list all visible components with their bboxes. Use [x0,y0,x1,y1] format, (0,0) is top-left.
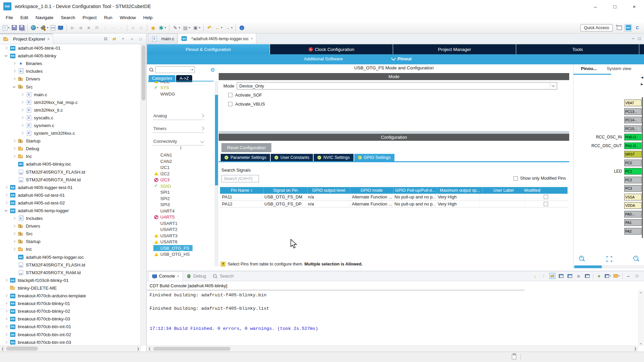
column-header[interactable]: Signal on Pin [264,187,308,194]
reset-configuration-button[interactable]: Reset Configuration [221,143,271,152]
chevron-down-icon[interactable]: ▼ [190,68,195,71]
last-edit-location[interactable] [206,23,213,32]
tree-item[interactable]: breakout-f070cb-blinky-01 [0,300,141,307]
expand-chevron-icon[interactable] [12,247,16,251]
show-console-stderr[interactable] [567,273,573,279]
settings-tab[interactable]: Parameter Settings [221,154,270,161]
tree-item[interactable]: breakout-f070cb-btn-int-02 [0,330,141,338]
step-over[interactable] [109,23,116,32]
scroll-down[interactable] [532,273,538,279]
menu-item[interactable]: Edit [17,15,32,20]
menu-item[interactable]: Help [140,15,156,20]
minimize-view[interactable] [625,273,631,279]
tree-item[interactable]: adafruit-f405-logger-test-01 [0,184,141,191]
pin[interactable]: VDDA [624,202,642,209]
forward-history[interactable]: ▾ [224,23,233,32]
vertical-scrollbar[interactable] [141,44,146,346]
peripheral-item[interactable]: CAN1 [148,152,214,159]
pin[interactable]: VSSA [624,194,642,200]
tree-item[interactable]: Src [0,83,141,90]
expand-chevron-icon[interactable] [4,208,8,213]
peripheral-item[interactable]: USART1 [148,220,214,227]
console-horizontal-scrollbar[interactable]: ❮ ❯ [147,346,638,352]
tree-item[interactable]: blinky-DELETE-ME [0,284,141,292]
zoom-out-icon[interactable]: − [633,256,639,262]
horizontal-scrollbar[interactable]: ❮ ❯ [0,345,141,352]
expand-chevron-icon[interactable] [4,333,8,337]
disconnect[interactable] [93,23,100,32]
expand-chevron-icon[interactable] [4,46,8,50]
tree-item[interactable]: breakout-f070cb-btn-int-03 [0,339,141,346]
display-selected-console[interactable]: ▾ [605,273,611,279]
expand-chevron-icon[interactable] [4,185,8,190]
tree-item[interactable]: main.c [0,91,141,99]
cube-nav-tab[interactable]: Tools [516,44,639,54]
scroll-right-icon[interactable]: ❯ [633,347,638,351]
peripheral-item[interactable]: USB_OTG_HS [148,251,214,258]
pin[interactable]: PC2 [624,177,642,183]
console-view-tab[interactable]: Debug [183,271,209,281]
expand-chevron-icon[interactable] [4,201,8,205]
minimize-view-icon[interactable]: – [632,36,634,41]
expand-chevron-icon[interactable] [4,54,8,58]
peripheral-item[interactable]: RCC [148,81,214,85]
tree-item[interactable]: system_stm32f4xx.c [0,129,141,137]
tree-item[interactable]: STM32F405RGTX_FLASH.ld [0,168,141,176]
peripheral-item[interactable]: USART3 [148,233,214,239]
link-with-editor[interactable] [112,36,117,42]
tree-item[interactable]: blackpill-f103c8-blinky-01 [0,277,141,284]
cube-nav-tab[interactable]: Project Manager [393,44,516,54]
expand-chevron-icon[interactable] [12,77,16,81]
expand-chevron-icon[interactable] [4,324,8,329]
quick-access-button[interactable]: Quick Access [580,24,613,32]
pin[interactable]: PC14-.. [624,117,642,123]
tree-item[interactable]: stm32f4xx_it.c [0,106,141,114]
help-info[interactable] [238,23,245,32]
expand-chevron-icon[interactable] [20,116,24,120]
table-row[interactable]: PA12 USB_OTG_FS_DP n/a Alternate Functio… [220,201,568,208]
word-wrap[interactable] [576,273,582,279]
modified-checkbox[interactable] [544,202,548,206]
peripheral-item[interactable]: Connectivity [153,137,204,145]
pin[interactable]: PC15-.. [624,125,642,132]
cpp-perspective[interactable] [634,24,641,31]
tree-item[interactable]: STM32F405RGTX_RAM.ld [0,269,141,277]
peripheral-item[interactable]: WWDG [148,91,214,97]
expand-chevron-icon[interactable] [12,154,16,159]
cube-nav-tab[interactable]: Pinout & Configuration [147,44,270,54]
gear-icon[interactable] [210,67,218,73]
editor-tab[interactable]: main.c [148,34,177,44]
expand-chevron-icon[interactable] [12,146,16,151]
tree-item[interactable]: adafruit-f405-blink-01 [0,44,141,52]
back-history[interactable]: ▾ [214,23,223,32]
expand-chevron-icon[interactable] [4,301,8,306]
peripheral-item[interactable]: Analog [153,112,204,120]
menu-item[interactable]: Run [100,15,116,20]
column-header[interactable]: Pin Name [220,187,264,194]
settings-tab[interactable]: User Constants [271,154,313,161]
tree-item[interactable]: stm32f4xx_hal_msp.c [0,99,141,106]
menu-item[interactable]: Project [79,15,100,20]
tree-item[interactable]: Debug [0,145,141,153]
scroll-right-icon[interactable]: ❯ [136,347,141,351]
menu-item[interactable]: Window [116,15,140,20]
terminate[interactable] [85,23,92,32]
expand-chevron-icon[interactable] [4,294,8,298]
resume[interactable] [69,23,76,32]
scroll-thumb[interactable] [153,347,230,351]
tree-item[interactable]: Inc [0,245,141,253]
pinout-view-tab[interactable]: Pinou... [577,66,597,71]
scroll-left-icon[interactable]: ❮ [0,347,5,351]
expand-chevron-icon[interactable] [12,170,16,174]
cube-nav-tab[interactable]: Clock Configuration [270,44,393,54]
expand-chevron-icon[interactable] [4,286,8,290]
pin[interactable]: PA0-.. [624,211,642,218]
peripheral-item[interactable]: USART6 [148,239,214,245]
editor-tab[interactable]: *adafruit-f405-temp-logger.ioc [178,33,256,44]
open-console[interactable] [57,23,64,32]
console-view-tab[interactable]: Search [209,271,237,281]
show-modified-checkbox[interactable] [514,176,518,181]
pinout-horizontal-scrollbar[interactable] [574,265,644,268]
peripheral-item[interactable]: SPI2 [148,195,214,202]
minimize-view[interactable] [129,36,135,42]
